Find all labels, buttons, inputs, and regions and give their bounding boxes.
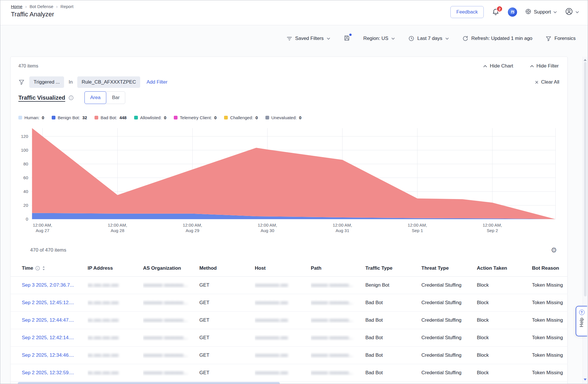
forensics-button[interactable]: Forensics (545, 36, 576, 42)
breadcrumb-report: Report (61, 4, 74, 9)
traffic-type-cell: Bad Bot (365, 352, 421, 358)
time-link[interactable]: Sep 2 2025, 12:44:47.... (22, 317, 88, 323)
notifications-button[interactable]: 2 (492, 8, 500, 16)
column-header-bot-reason[interactable]: Bot Reason (532, 265, 567, 271)
time-range-dropdown[interactable]: Last 7 days (408, 35, 449, 42)
svg-text:12:00 AM,Aug 31: 12:00 AM,Aug 31 (333, 223, 352, 233)
legend-count: 0 (255, 115, 258, 120)
column-header-threat-type[interactable]: Threat Type (421, 265, 477, 271)
bot-reason-cell: Token Missing (532, 370, 567, 376)
report-panel: 470 items Hide Chart Hide Filter (10, 57, 568, 384)
info-icon[interactable] (35, 266, 40, 271)
region-dropdown[interactable]: Region: US (363, 36, 395, 41)
bar-mode-button[interactable]: Bar (105, 91, 125, 104)
time-link[interactable]: Sep 3 2025, 2:07:36.7... (22, 282, 88, 288)
column-header-path[interactable]: Path (311, 265, 365, 271)
column-header-action-taken[interactable]: Action Taken (477, 265, 532, 271)
method-cell: GET (199, 352, 255, 358)
filter-value-chip[interactable]: Rule_CB_AFXXXTZPEC (77, 76, 140, 88)
account-menu[interactable] (565, 7, 579, 17)
threat-type-cell: Credential Stuffing (421, 282, 477, 288)
app-window: Home › Bot Defense › Report Traffic Anal… (0, 0, 588, 384)
method-cell: GET (199, 300, 255, 306)
column-header-ip[interactable]: IP Address (88, 265, 143, 271)
f5-logo[interactable]: f5 (508, 7, 517, 17)
time-link[interactable]: Sep 2 2025, 12:42:14.... (22, 335, 88, 341)
feedback-button[interactable]: Feedback (450, 6, 484, 18)
table-summary: 470 of 470 items (30, 247, 66, 253)
help-tab[interactable]: ? Help (576, 306, 587, 336)
legend-item-bad-bot[interactable]: Bad Bot: 448 (95, 115, 127, 120)
gear-icon[interactable]: ⚙ (551, 247, 557, 254)
redacted-path-cell: xxxxxxx xxxxxxxx... (311, 317, 365, 323)
legend-swatch (174, 116, 178, 119)
info-icon[interactable] (69, 95, 74, 100)
column-header-method[interactable]: Method (199, 265, 255, 271)
legend-count: 448 (119, 115, 127, 120)
redacted-ip-cell: xx.xxx.xxx.xxx (88, 282, 143, 288)
clear-all-button[interactable]: Clear All (535, 79, 559, 85)
scroll-down-arrow-icon[interactable] (584, 379, 587, 381)
add-filter-button[interactable]: Add Filter (146, 79, 167, 85)
legend-item-telemetry-client[interactable]: Telemetry Client: 0 (174, 115, 217, 120)
action-taken-cell: Block (477, 317, 532, 323)
breadcrumb-home[interactable]: Home (11, 4, 22, 9)
redacted-path-cell: xxxxxxx xxxxxxxx... (311, 352, 365, 358)
filter-field-chip[interactable]: Triggered ... (29, 76, 64, 88)
breadcrumb-separator: › (25, 4, 27, 9)
legend-item-unevaluated[interactable]: Unevaluated: 0 (265, 115, 302, 120)
column-label: Time (22, 265, 33, 271)
scroll-up-arrow-icon[interactable] (584, 59, 587, 61)
save-filter-button[interactable] (344, 35, 350, 43)
chevron-down-icon (553, 11, 557, 13)
refresh-button[interactable]: Refresh: Updated 1 min ago (462, 35, 533, 42)
column-header-host[interactable]: Host (255, 265, 311, 271)
area-mode-button[interactable]: Area (84, 91, 106, 104)
vertical-scrollbar-thumb[interactable] (584, 62, 587, 296)
legend-item-allowlisted[interactable]: Allowlisted: 0 (134, 115, 166, 120)
column-header-time[interactable]: Time (22, 265, 88, 271)
time-link[interactable]: Sep 2 2025, 12:45:12.... (22, 300, 88, 306)
chevron-down-icon (327, 37, 330, 40)
legend-swatch (224, 116, 228, 119)
forensics-label: Forensics (554, 36, 576, 41)
redacted-org-cell: xxxxxxxx xxxxxxxx... (143, 300, 199, 306)
time-link[interactable]: Sep 2 2025, 12:34:46.... (22, 352, 88, 358)
svg-text:80: 80 (23, 161, 28, 166)
action-taken-cell: Block (477, 300, 532, 306)
chevron-down-icon (445, 37, 449, 40)
time-link[interactable]: Sep 2 2025, 12:32:59.... (22, 370, 88, 376)
legend-item-benign-bot[interactable]: Benign Bot: 32 (52, 115, 87, 120)
redacted-host-cell: xxxxxxxxxx.xxx (255, 317, 311, 323)
redacted-path-cell: xxxxxxx xxxxxxxx... (311, 370, 365, 376)
question-icon: ? (579, 310, 585, 315)
legend-count: 0 (42, 115, 44, 120)
legend-label: Human: (24, 115, 40, 120)
breadcrumb: Home › Bot Defense › Report (11, 4, 74, 9)
viz-title[interactable]: Traffic Visualized (18, 94, 65, 101)
traffic-type-cell: Bad Bot (365, 370, 421, 376)
sort-icon[interactable] (42, 266, 45, 270)
column-header-traffic-type[interactable]: Traffic Type (365, 265, 421, 271)
support-menu[interactable]: Support (525, 8, 557, 16)
horizontal-scrollbar-thumb[interactable] (18, 382, 280, 384)
items-count: 470 items (18, 63, 38, 69)
breadcrumb-bot-defense[interactable]: Bot Defense (30, 4, 53, 9)
redacted-org-cell: xxxxxxxx xxxxxxxx... (143, 370, 199, 376)
column-header-as-org[interactable]: AS Organization (143, 265, 199, 271)
svg-text:12:00 AM,Sep 2: 12:00 AM,Sep 2 (483, 223, 502, 233)
filter-bar: Triggered ... In Rule_CB_AFXXXTZPEC Add … (11, 76, 567, 88)
notification-badge: 2 (496, 6, 503, 12)
events-table: Time IP Address AS Organization Method H… (11, 260, 567, 382)
legend-item-challenged[interactable]: Challenged: 0 (224, 115, 258, 120)
hide-chart-button[interactable]: Hide Chart (483, 63, 513, 69)
unsaved-changes-dot (349, 34, 352, 36)
report-toolbar: Saved Filters Region: US Last 7 days (286, 31, 576, 46)
time-range-label: Last 7 days (417, 36, 442, 41)
chevron-up-icon (530, 65, 534, 67)
threat-type-cell: Credential Stuffing (421, 352, 477, 358)
saved-filters-dropdown[interactable]: Saved Filters (286, 36, 330, 42)
redacted-org-cell: xxxxxxxx xxxxxxxx... (143, 352, 199, 358)
hide-filter-button[interactable]: Hide Filter (530, 63, 559, 69)
legend-item-human[interactable]: Human: 0 (18, 115, 44, 120)
